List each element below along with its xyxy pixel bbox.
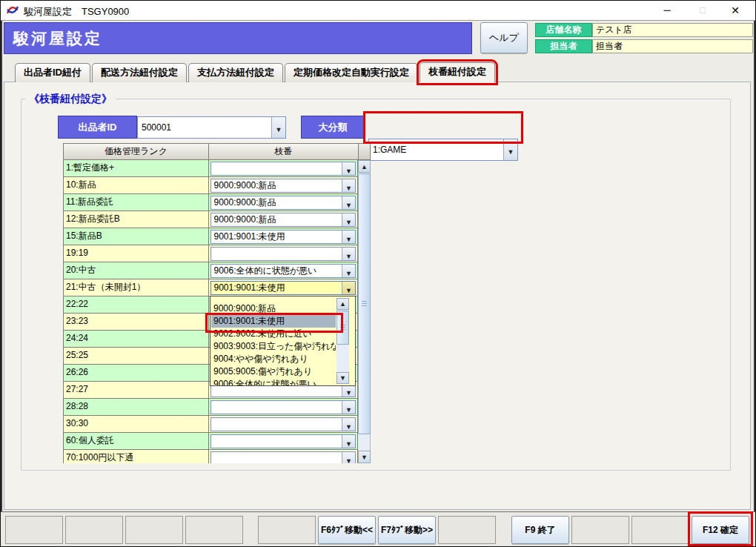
function-key-f7-button[interactable]: F7ﾀﾌﾞ移動>>: [378, 516, 436, 544]
scrollbar-grip: [362, 301, 367, 307]
dropdown-item[interactable]: 9004:やや傷や汚れあり: [211, 353, 336, 365]
scrollbar-header-cap: [358, 143, 371, 160]
branch-combo[interactable]: 9000:9000:新品: [210, 213, 357, 227]
branch-combo[interactable]: [210, 451, 357, 463]
branch-combo[interactable]: [210, 162, 357, 176]
tab-配送方法紐付設定[interactable]: 配送方法紐付設定: [92, 63, 187, 82]
seller-id-value: 500001: [138, 117, 285, 138]
branch-combo[interactable]: [210, 247, 357, 261]
dropdown-item[interactable]: 9001:9001:未使用: [211, 315, 336, 328]
function-key-bar: F6ﾀﾌﾞ移動<<F7ﾀﾌﾞ移動>>F9 終了F12 確定: [0, 511, 756, 547]
branch-combo-value: 9000:9000:新品: [211, 213, 356, 226]
rank-cell: 28:28: [64, 399, 209, 416]
close-button[interactable]: ✕: [720, 0, 750, 21]
branch-combo[interactable]: 9000:9000:新品: [210, 196, 357, 210]
chevron-down-icon[interactable]: [271, 117, 285, 138]
table-row: 19:19: [64, 245, 358, 262]
branch-combo[interactable]: [210, 434, 357, 448]
tab-支払方法紐付設定[interactable]: 支払方法紐付設定: [188, 63, 283, 82]
function-key-f4-slot: [185, 516, 243, 544]
section-title: 《枝番紐付設定》: [25, 93, 116, 106]
rank-cell: 20:中古: [64, 262, 209, 279]
dropdown-item[interactable]: 9006:全体的に状態が悪い: [211, 378, 336, 386]
chevron-down-icon[interactable]: [342, 162, 355, 175]
rank-cell: 22:22: [64, 296, 209, 314]
scrollbar-grip: [340, 325, 345, 331]
table-row: 30:30: [64, 416, 358, 433]
chevron-down-icon[interactable]: [342, 248, 355, 260]
rank-cell: 26:26: [64, 365, 209, 382]
chevron-down-icon[interactable]: [342, 282, 355, 294]
scroll-up-icon[interactable]: ▲: [336, 298, 349, 310]
rank-cell: 60:個人委託: [64, 433, 209, 450]
branch-combo[interactable]: 9001:9001:未使用: [210, 230, 357, 244]
chevron-down-icon[interactable]: [503, 139, 517, 160]
branch-cell: [209, 160, 359, 177]
chevron-down-icon[interactable]: [342, 418, 355, 431]
scroll-down-icon[interactable]: ▼: [336, 372, 349, 384]
chevron-down-icon[interactable]: [342, 213, 355, 226]
branch-combo[interactable]: 9001:9001:未使用: [210, 281, 357, 295]
dropdown-item[interactable]: 9003:9003:目立った傷や汚れなし: [211, 340, 336, 353]
tab-label: 出品者ID紐付: [24, 67, 82, 78]
branch-combo-value: 9000:9000:新品: [211, 196, 356, 209]
table-scrollbar[interactable]: ▲ ▼: [358, 160, 371, 463]
branch-cell: 9001:9001:未使用: [209, 228, 359, 245]
table-row: 11:新品委託 9000:9000:新品: [64, 194, 358, 211]
branch-combo-value: 9001:9001:未使用: [211, 231, 356, 243]
tab-strip: 出品者ID紐付 配送方法紐付設定 支払方法紐付設定 定期価格改定自動実行設定 枝…: [15, 62, 497, 82]
branch-combo[interactable]: [210, 400, 357, 414]
rank-cell: 24:24: [64, 331, 209, 348]
table-row: 28:28: [64, 399, 358, 416]
rank-cell: 1:暫定価格+: [64, 160, 209, 177]
branch-combo[interactable]: [210, 417, 357, 431]
table-row: 10:新品 9000:9000:新品: [64, 177, 358, 194]
scroll-up-icon[interactable]: ▲: [358, 160, 371, 173]
branch-combo-value: 9001:9001:未使用: [211, 282, 356, 294]
dropdown-item[interactable]: 9000:9000:新品: [211, 302, 336, 315]
chevron-down-icon[interactable]: [342, 452, 355, 463]
tab-枝番紐付設定[interactable]: 枝番紐付設定: [420, 62, 495, 82]
tab-label: 枝番紐付設定: [428, 66, 486, 77]
table-row: 21:中古（未開封1） 9001:9001:未使用: [64, 279, 358, 296]
dropdown-item[interactable]: 9002:9002:未使用に近い: [211, 328, 336, 340]
function-key-f8-slot: [438, 516, 496, 544]
chevron-down-icon[interactable]: [342, 435, 355, 448]
dropdown-item[interactable]: 9005:9005:傷や汚れあり: [211, 365, 336, 378]
category-combo[interactable]: 1:GAME: [368, 139, 518, 161]
table-scrollbar-thumb[interactable]: [358, 173, 371, 434]
dropdown-scrollbar[interactable]: ▲ ▼: [336, 298, 349, 384]
branch-cell: 9000:9000:新品: [209, 194, 359, 211]
branch-combo-value: 9006:全体的に状態が悪い: [211, 265, 356, 277]
function-key-f2-slot: [65, 516, 123, 544]
tab-定期価格改定自動実行設定[interactable]: 定期価格改定自動実行設定: [285, 63, 418, 82]
rank-cell: 12:新品委託B: [64, 211, 209, 228]
chevron-down-icon[interactable]: [342, 265, 355, 277]
branch-dropdown-popup: 9000:9000:新品9001:9001:未使用9002:9002:未使用に近…: [210, 296, 356, 386]
seller-id-combo[interactable]: 500001: [137, 116, 286, 139]
dropdown-scrollbar-thumb[interactable]: [336, 311, 349, 345]
branch-combo[interactable]: 9000:9000:新品: [210, 179, 357, 193]
minimize-button[interactable]: ─: [652, 0, 682, 21]
help-button[interactable]: ヘルプ: [480, 22, 528, 53]
tab-label: 定期価格改定自動実行設定: [294, 67, 409, 78]
scroll-down-icon[interactable]: ▼: [358, 451, 371, 463]
category-value: 1:GAME: [369, 139, 517, 160]
branch-combo[interactable]: 9006:全体的に状態が悪い: [210, 264, 357, 278]
function-key-f9-button[interactable]: F9 終了: [511, 516, 569, 544]
table-row: 12:新品委託B 9000:9000:新品: [64, 211, 358, 228]
rank-cell: 27:27: [64, 382, 209, 399]
chevron-down-icon[interactable]: [342, 196, 355, 209]
chevron-down-icon[interactable]: [342, 401, 355, 414]
chevron-down-icon[interactable]: [342, 179, 355, 192]
tab-出品者ID紐付[interactable]: 出品者ID紐付: [15, 63, 90, 82]
function-key-f6-button[interactable]: F6ﾀﾌﾞ移動<<: [318, 516, 376, 544]
chevron-down-icon[interactable]: [342, 231, 355, 243]
rank-cell: 25:25: [64, 348, 209, 365]
function-key-f12-button[interactable]: F12 確定: [692, 516, 749, 544]
branch-cell: [209, 433, 359, 450]
maximize-button: □: [688, 0, 717, 21]
tab-label: 配送方法紐付設定: [101, 67, 178, 78]
title-bar: 駿河屋設定 TSGY0900 ─ □ ✕: [0, 0, 756, 21]
rank-cell: 19:19: [64, 245, 209, 262]
